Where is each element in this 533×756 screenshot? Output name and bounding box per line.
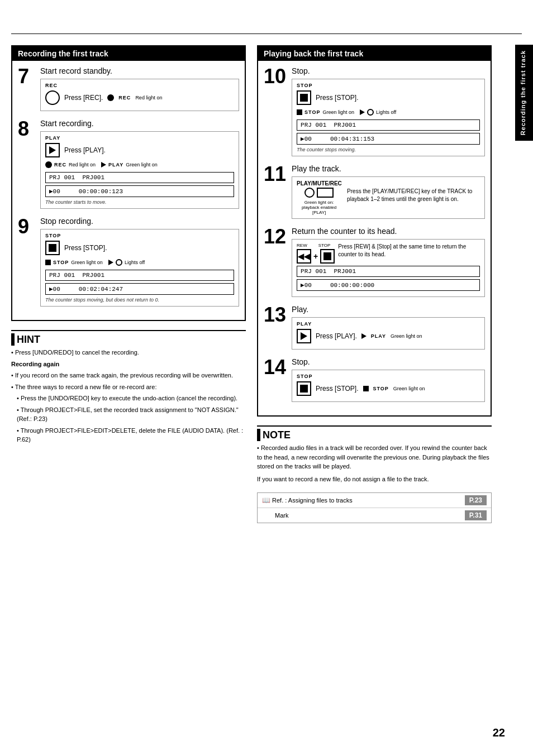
recording-section-box: Recording the first track 7 Start record…: [11, 45, 246, 321]
stop-icon-10: [300, 94, 308, 102]
step-14-press-text: Press [STOP].: [316, 385, 358, 393]
play-light-row-8: PLAY Green light on: [101, 162, 158, 168]
play-rec-row-9: Lights off: [108, 259, 145, 266]
rec-button-7[interactable]: [45, 90, 60, 105]
stop-button-14[interactable]: [297, 381, 311, 396]
counter-8-line1: PRJ 001 PRJ001: [45, 172, 234, 183]
stop-sq-ind-9: [45, 260, 51, 265]
ref-text-0: 📖 Ref. : Assigning files to tracks: [262, 496, 353, 504]
step-9-subbox: STOP Press [STOP].: [40, 229, 239, 307]
step-10-press-text: Press [STOP].: [316, 94, 358, 102]
play-mute-btns: Green light on: playback enabled [PLAY]: [297, 188, 341, 215]
page-container: Recording the first track Recording the …: [0, 0, 533, 756]
play-button-8[interactable]: [45, 143, 60, 157]
counter-12-line2: ▶00 00:00:00:000: [297, 279, 480, 291]
stop-button-10[interactable]: [297, 90, 311, 105]
stop-label-ind-9: STOP: [53, 260, 69, 265]
step-8-indicators: REC Red light on PLAY Green light on: [45, 160, 234, 170]
stop-icon-12: [323, 252, 331, 260]
top-rule: [11, 34, 522, 34]
hint-bar-icon: [11, 333, 15, 346]
step-12-subbox: REW STOP ◀◀ +: [292, 239, 485, 297]
stop-sq-ind-14: [363, 386, 369, 391]
page-number: 22: [493, 726, 505, 739]
step-8: 8 Start recording. PLAY Press [PLAY].: [18, 119, 239, 209]
step-8-btn-row: Press [PLAY].: [45, 143, 234, 157]
rew-stop-row: ◀◀ +: [297, 249, 335, 264]
red-light-text-8: Red light on: [69, 162, 96, 168]
play-mute-rec-label: PLAY/MUTE/REC: [297, 180, 480, 186]
counter-12-line1: PRJ 001 PRJ001: [297, 266, 480, 277]
green-light-text-10: Green light on: [322, 109, 354, 115]
rec-light-label-7: REC: [118, 95, 131, 101]
step-13-title: Play.: [292, 305, 485, 314]
step-11-title: Play the track.: [292, 164, 485, 173]
hint-item-0: • Press [UNDO/REDO] to cancel the record…: [11, 348, 246, 357]
recording-section-header: Recording the first track: [12, 46, 245, 61]
note-title-text: NOTE: [263, 429, 291, 441]
ref-label-1: Mark: [275, 512, 288, 519]
play-label-ind-8: PLAY: [108, 162, 123, 168]
play-rec-row-10: Lights off: [360, 109, 396, 116]
ref-page-0: P.23: [465, 495, 487, 505]
play-tri-8: [101, 162, 106, 168]
note-title: NOTE: [257, 427, 492, 443]
play-mute-circle[interactable]: [304, 188, 315, 198]
step-10-number: 10: [264, 66, 286, 87]
step-14-content: Stop. STOP Press [STOP]. STOP: [292, 357, 485, 402]
play-icon-8: [49, 146, 56, 154]
red-light-indicator-7: [107, 94, 114, 101]
hint-title-text: HINT: [17, 334, 40, 346]
stop-label-14: STOP: [297, 374, 480, 379]
play-button-13[interactable]: [297, 329, 311, 343]
playback-section-header: Playing back the first track: [258, 46, 491, 61]
green-light-text-13: Green light on: [391, 333, 422, 339]
stop-label-ind-14: STOP: [373, 386, 389, 391]
rec-light-row-8: REC Red light on: [45, 161, 96, 168]
note-section: NOTE • Recorded audio files in a track w…: [257, 425, 492, 484]
step-8-press-text: Press [PLAY].: [64, 146, 106, 154]
hint-title: HINT: [11, 331, 246, 348]
step-10-indicators: STOP Green light on Lights off: [297, 107, 480, 117]
green-light-text-9: Green light on: [71, 260, 103, 265]
step-9-indicators: STOP Green light on Lights off: [45, 257, 234, 267]
red-light-text-7: Red light on: [135, 95, 162, 101]
step-9-btn-row: Press [STOP].: [45, 241, 234, 255]
hint-item-3: • The three ways to record a new file or…: [11, 382, 246, 392]
step-13: 13 Play. PLAY Press [PLAY].: [264, 305, 485, 350]
counter-note-8: The counter starts to move.: [45, 199, 234, 205]
rec-label-7: REC: [45, 83, 234, 88]
step-12: 12 Return the counter to its head. REW S…: [264, 227, 485, 297]
stop-label-ind-10: STOP: [304, 109, 320, 115]
step-11-subbox: PLAY/MUTE/REC Green light on: playback e…: [292, 176, 485, 219]
counter-10-line1: PRJ 001 PRJ001: [297, 119, 480, 131]
step-7-subbox: REC Press [REC]. REC Red light on: [40, 79, 239, 111]
step-11-inner: Green light on: playback enabled [PLAY] …: [297, 188, 480, 215]
ref-page-1: P.31: [465, 510, 487, 520]
step-9-number: 9: [18, 217, 35, 237]
side-tab: Recording the first track: [515, 45, 533, 141]
rec-label-ind-8: REC: [54, 162, 66, 168]
play-mute-btn-row: [304, 188, 334, 198]
step-7-press-text: Press [REC].: [64, 94, 103, 102]
green-light-text-14: Green light on: [393, 386, 425, 391]
step-13-btn-row: Press [PLAY]. PLAY Green light on: [297, 329, 480, 343]
stop-button-9[interactable]: [45, 241, 60, 255]
stop-light-row-9: STOP Green light on: [45, 260, 103, 265]
step-13-content: Play. PLAY Press [PLAY]. PLAY: [292, 305, 485, 350]
play-mute-rect[interactable]: [317, 188, 334, 198]
rew-label: REW: [297, 243, 307, 248]
stop-button-12[interactable]: [320, 249, 335, 264]
stop-label-12: STOP: [318, 243, 331, 248]
step-10-content: Stop. STOP Press [STOP].: [292, 66, 485, 156]
step-11-content: Play the track. PLAY/MUTE/REC: [292, 164, 485, 219]
step-14-btn-row: Press [STOP]. STOP Green light on: [297, 381, 480, 396]
step-12-number: 12: [264, 227, 286, 247]
counter-9-line2: ▶00 00:02:04:247: [45, 283, 234, 295]
step-10: 10 Stop. STOP Press [STOP].: [264, 66, 485, 156]
main-layout: Recording the first track 7 Start record…: [11, 45, 503, 523]
step-11-number: 11: [264, 164, 286, 184]
rew-button[interactable]: ◀◀: [297, 249, 311, 264]
step-9-press-text: Press [STOP].: [64, 244, 107, 252]
rec-dot-8: [45, 161, 52, 168]
